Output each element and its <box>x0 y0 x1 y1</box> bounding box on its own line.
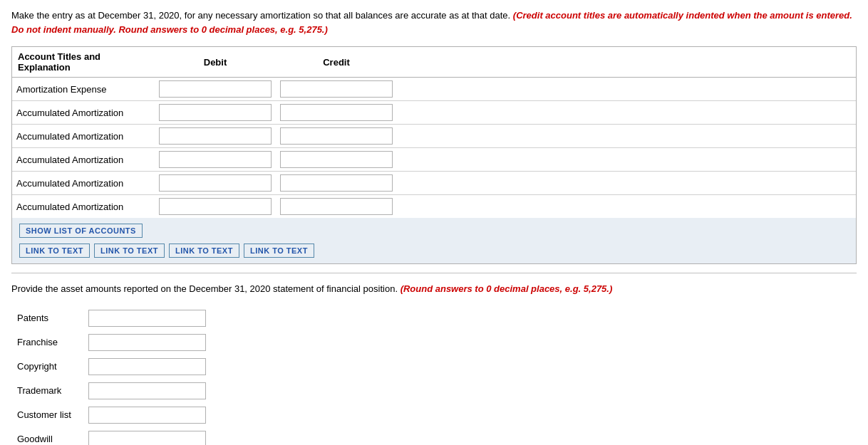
credit-input-3[interactable] <box>280 151 393 168</box>
header-account: Account Titles and Explanation <box>12 47 155 78</box>
asset-label-1: Franchise <box>17 337 58 347</box>
journal-table: Account Titles and Explanation Debit Cre… <box>12 47 856 218</box>
link-text-button-3[interactable]: LINK TO TEXT <box>244 244 314 258</box>
credit-input-5[interactable] <box>280 198 393 215</box>
link-buttons-row: LINK TO TEXTLINK TO TEXTLINK TO TEXTLINK… <box>19 244 849 258</box>
debit-input-5[interactable] <box>159 198 272 215</box>
header-credit: Credit <box>276 47 397 78</box>
debit-input-2[interactable] <box>159 127 272 145</box>
account-label-4: Accumulated Amortization <box>16 178 123 189</box>
credit-input-2[interactable] <box>280 127 393 145</box>
instruction2-red: (Round answers to 0 decimal places, e.g.… <box>401 283 613 294</box>
account-label-2: Accumulated Amortization <box>16 131 123 142</box>
debit-input-3[interactable] <box>159 151 272 168</box>
journal-row: Accumulated Amortization <box>12 125 856 148</box>
asset-input-0[interactable] <box>88 310 206 327</box>
debit-input-0[interactable] <box>159 80 272 98</box>
button-area: SHOW LIST OF ACCOUNTS LINK TO TEXTLINK T… <box>12 218 856 263</box>
instruction2-plain: Provide the asset amounts reported on th… <box>11 283 398 294</box>
asset-input-4[interactable] <box>88 407 206 424</box>
asset-row-2: Copyright <box>11 355 212 379</box>
debit-input-1[interactable] <box>159 104 272 121</box>
credit-input-4[interactable] <box>280 174 393 192</box>
debit-input-4[interactable] <box>159 174 272 192</box>
asset-row-1: Franchise <box>11 330 212 355</box>
asset-row-5: Goodwill <box>11 427 212 446</box>
asset-table: PatentsFranchiseCopyrightTrademarkCustom… <box>11 306 212 446</box>
account-label-1: Accumulated Amortization <box>16 108 123 118</box>
account-label-5: Accumulated Amortization <box>16 201 123 212</box>
credit-input-0[interactable] <box>280 80 393 98</box>
instruction1-plain: Make the entry as at December 31, 2020, … <box>11 10 510 21</box>
link-text-button-2[interactable]: LINK TO TEXT <box>169 244 239 258</box>
link-text-button-1[interactable]: LINK TO TEXT <box>94 244 165 258</box>
link-text-button-0[interactable]: LINK TO TEXT <box>19 244 90 258</box>
journal-row: Accumulated Amortization <box>12 101 856 125</box>
asset-label-2: Copyright <box>17 361 57 372</box>
journal-section: Account Titles and Explanation Debit Cre… <box>11 46 857 264</box>
journal-row: Amortization Expense <box>12 78 856 101</box>
asset-input-1[interactable] <box>88 334 206 351</box>
account-label-3: Accumulated Amortization <box>16 155 123 165</box>
section-divider <box>11 273 857 273</box>
journal-row: Accumulated Amortization <box>12 172 856 195</box>
asset-input-3[interactable] <box>88 382 206 399</box>
asset-label-3: Trademark <box>17 385 61 396</box>
show-list-button[interactable]: SHOW LIST OF ACCOUNTS <box>19 224 143 238</box>
asset-label-0: Patents <box>17 313 48 323</box>
asset-label-4: Customer list <box>17 409 71 420</box>
asset-label-5: Goodwill <box>17 434 53 444</box>
instruction1: Make the entry as at December 31, 2020, … <box>11 9 857 36</box>
instruction2: Provide the asset amounts reported on th… <box>11 282 857 296</box>
journal-row: Accumulated Amortization <box>12 195 856 219</box>
asset-input-2[interactable] <box>88 358 206 375</box>
asset-input-5[interactable] <box>88 431 206 446</box>
account-label-0: Amortization Expense <box>16 84 106 95</box>
header-debit: Debit <box>155 47 276 78</box>
asset-row-0: Patents <box>11 306 212 330</box>
credit-input-1[interactable] <box>280 104 393 121</box>
asset-row-4: Customer list <box>11 403 212 427</box>
asset-row-3: Trademark <box>11 379 212 403</box>
journal-row: Accumulated Amortization <box>12 148 856 172</box>
